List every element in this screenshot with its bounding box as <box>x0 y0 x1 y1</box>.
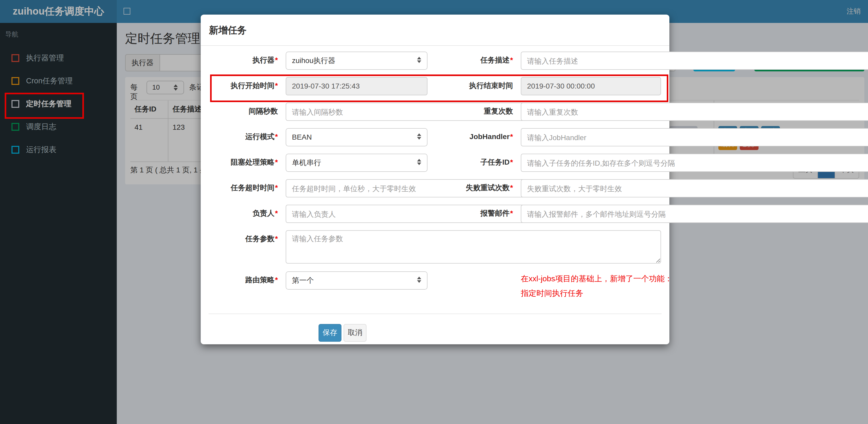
interval-seconds-label: 间隔秒数 <box>201 107 278 116</box>
save-button[interactable]: 保存 <box>318 324 341 342</box>
required-star: * <box>275 275 278 284</box>
run-mode-select[interactable]: BEAN <box>286 128 428 146</box>
form-row-run-mode: 运行模式*BEANJobHandler* <box>201 128 670 146</box>
modal-header: 新增任务 <box>201 14 670 46</box>
run-mode-label: 运行模式* <box>201 132 278 142</box>
executor-select[interactable]: zuihou执行器 <box>286 52 428 70</box>
required-star: * <box>510 183 513 192</box>
add-job-modal: 新增任务 执行器*zuihou执行器任务描述*执行开始时间*2019-07-30… <box>201 14 670 344</box>
timeout-label: 任务超时时间* <box>201 183 278 193</box>
block-strategy-select[interactable]: 单机串行 <box>286 154 428 172</box>
route-strategy-label: 路由策略* <box>201 275 278 285</box>
required-star: * <box>275 56 278 64</box>
required-star: * <box>275 234 278 243</box>
form-row-block-strategy: 阻塞处理策略*单机串行子任务ID* <box>201 154 670 172</box>
repeat-count-label: 重复次数 <box>409 107 513 116</box>
block-strategy-label: 阻塞处理策略* <box>201 158 278 167</box>
required-star: * <box>275 209 278 217</box>
form-row-timeout: 任务超时时间*失败重试次数* <box>201 179 670 197</box>
end-time-input[interactable]: 2019-07-30 00:00:00 <box>521 77 661 95</box>
end-time-label: 执行结束时间 <box>409 81 513 91</box>
form-row-job-params: 任务参数* <box>201 230 670 264</box>
modal-title: 新增任务 <box>209 24 247 36</box>
modal-note-line1: 在xxl-jobs项目的基础上，新增了一个功能： <box>521 274 673 284</box>
start-time-label: 执行开始时间* <box>201 81 278 91</box>
job-params-textarea[interactable] <box>286 230 661 264</box>
repeat-count-input[interactable] <box>521 103 868 121</box>
alarm-email-input[interactable] <box>521 205 868 223</box>
child-job-id-label: 子任务ID* <box>409 158 513 167</box>
required-star: * <box>510 56 513 64</box>
author-label: 负责人* <box>201 209 278 218</box>
required-star: * <box>275 158 278 166</box>
job-desc-input[interactable] <box>521 52 868 70</box>
child-job-id-input[interactable] <box>521 154 868 172</box>
modal-note-line2: 指定时间执行任务 <box>521 289 583 298</box>
fail-retry-count-label: 失败重试次数* <box>409 183 513 193</box>
start-time-input[interactable]: 2019-07-30 17:25:43 <box>286 77 428 95</box>
form-row-author: 负责人*报警邮件* <box>201 205 670 223</box>
required-star: * <box>275 81 278 90</box>
cancel-button[interactable]: 取消 <box>344 324 367 342</box>
route-strategy-select[interactable]: 第一个 <box>286 271 428 290</box>
required-star: * <box>275 132 278 141</box>
select-caret-icon <box>417 276 421 283</box>
required-star: * <box>275 183 278 192</box>
form-row-executor: 执行器*zuihou执行器任务描述* <box>201 52 670 70</box>
required-star: * <box>510 209 513 217</box>
modal-footer-divider <box>209 314 661 314</box>
job-handler-label: JobHandler* <box>409 132 513 141</box>
form-row-start-time: 执行开始时间*2019-07-30 17:25:43执行结束时间2019-07-… <box>201 77 670 95</box>
app-window: zuihou任务调度中心 注销 导航 执行器管理Cron任务管理定时任务管理调度… <box>0 0 868 424</box>
form-row-interval-seconds: 间隔秒数重复次数 <box>201 103 670 121</box>
job-desc-label: 任务描述* <box>409 56 513 65</box>
required-star: * <box>510 132 513 141</box>
job-handler-input[interactable] <box>521 128 868 146</box>
executor-label: 执行器* <box>201 56 278 65</box>
alarm-email-label: 报警邮件* <box>409 209 513 218</box>
fail-retry-count-input[interactable] <box>521 179 868 197</box>
job-params-label: 任务参数* <box>201 234 278 244</box>
required-star: * <box>510 158 513 166</box>
